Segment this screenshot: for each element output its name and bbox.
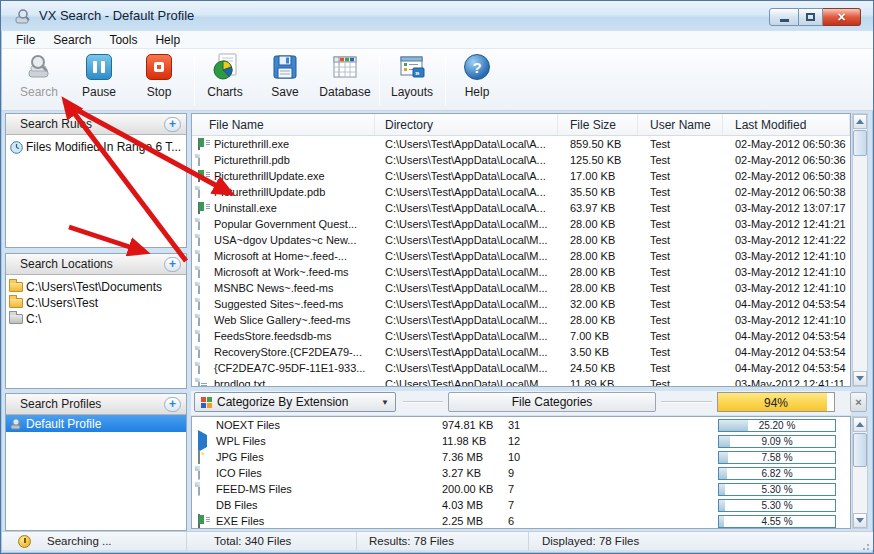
file-row[interactable]: USA~dgov Updates~c New... C:\Users\Test\… bbox=[192, 232, 850, 248]
minimize-icon bbox=[780, 19, 789, 22]
column-user-name[interactable]: User Name bbox=[638, 114, 723, 135]
search-locations-list: C:\Users\Test\Documents C:\Users\Test C:… bbox=[6, 275, 186, 327]
file-size: 28.00 KB bbox=[558, 250, 638, 262]
categorize-dropdown-label: Categorize By Extension bbox=[217, 395, 348, 409]
help-button[interactable]: ? Help bbox=[450, 52, 504, 108]
status-text: Searching ... bbox=[47, 535, 112, 547]
file-row[interactable]: Picturethrill.exe C:\Users\Test\AppData\… bbox=[192, 136, 850, 152]
scrollbar-thumb[interactable] bbox=[853, 130, 867, 156]
file-row[interactable]: RecoveryStore.{CF2DEA79-... C:\Users\Tes… bbox=[192, 344, 850, 360]
file-icon bbox=[198, 154, 200, 166]
file-icon bbox=[198, 346, 200, 358]
file-row[interactable]: PicturethrillUpdate.pdb C:\Users\Test\Ap… bbox=[192, 184, 850, 200]
file-modified: 03-May-2012 12:41:22 bbox=[723, 234, 850, 246]
file-size: 859.50 KB bbox=[558, 138, 638, 150]
scroll-up-button[interactable] bbox=[853, 417, 867, 432]
category-name: EXE Files bbox=[212, 515, 442, 527]
pause-button[interactable]: Pause bbox=[72, 52, 126, 108]
scroll-down-button[interactable] bbox=[853, 513, 867, 528]
file-user: Test bbox=[638, 218, 723, 230]
layouts-button[interactable]: » Layouts bbox=[385, 52, 439, 108]
scrollbar-thumb[interactable] bbox=[853, 433, 867, 467]
file-row[interactable]: Popular Government Quest... C:\Users\Tes… bbox=[192, 216, 850, 232]
file-row[interactable]: MSNBC News~.feed-ms C:\Users\Test\AppDat… bbox=[192, 280, 850, 296]
search-profiles-panel: Search Profiles + Default Profile bbox=[5, 393, 187, 531]
add-profile-button[interactable]: + bbox=[164, 397, 181, 412]
column-file-size[interactable]: File Size bbox=[558, 114, 638, 135]
title-bar[interactable]: VX Search - Default Profile × bbox=[1, 1, 873, 31]
file-row[interactable]: {CF2DEA7C-95DF-11E1-933... C:\Users\Test… bbox=[192, 360, 850, 376]
file-icon bbox=[198, 330, 200, 342]
file-row[interactable]: Uninstall.exe C:\Users\Test\AppData\Loca… bbox=[192, 200, 850, 216]
file-list: File Name Directory File Size User Name … bbox=[191, 113, 851, 387]
file-modified: 03-May-2012 13:07:17 bbox=[723, 202, 850, 214]
search-locations-panel: Search Locations + C:\Users\Test\Documen… bbox=[5, 253, 187, 389]
category-scrollbar[interactable] bbox=[852, 416, 868, 529]
file-categories-label: File Categories bbox=[512, 395, 593, 409]
folder-icon bbox=[6, 282, 26, 292]
scroll-up-button[interactable] bbox=[853, 114, 867, 129]
file-row[interactable]: Web Slice Gallery~.feed-ms C:\Users\Test… bbox=[192, 312, 850, 328]
search-button[interactable]: Search bbox=[12, 52, 66, 108]
file-user: Test bbox=[638, 170, 723, 182]
category-percent-bar: 9.09 % bbox=[718, 435, 836, 448]
file-list-scrollbar[interactable] bbox=[852, 113, 868, 387]
search-profiles-title: Search Profiles bbox=[20, 397, 101, 411]
maximize-button[interactable] bbox=[799, 8, 823, 26]
menu-file[interactable]: File bbox=[7, 32, 44, 48]
location-item[interactable]: C:\ bbox=[6, 311, 186, 327]
category-percent: 9.09 % bbox=[719, 436, 835, 447]
category-row[interactable]: WPL Files 11.98 KB 12 9.09 % bbox=[192, 433, 850, 449]
category-row[interactable]: JPG Files 7.36 MB 10 7.58 % bbox=[192, 449, 850, 465]
category-size: 200.00 KB bbox=[442, 483, 508, 495]
file-directory: C:\Users\Test\AppData\Local\M... bbox=[375, 250, 558, 262]
profile-item[interactable]: Default Profile bbox=[6, 415, 186, 432]
file-user: Test bbox=[638, 346, 723, 358]
file-categories-button[interactable]: File Categories bbox=[448, 392, 656, 412]
file-row[interactable]: PicturethrillUpdate.exe C:\Users\Test\Ap… bbox=[192, 168, 850, 184]
menu-help[interactable]: Help bbox=[146, 32, 189, 48]
file-size: 28.00 KB bbox=[558, 314, 638, 326]
file-row[interactable]: Suggested Sites~.feed-ms C:\Users\Test\A… bbox=[192, 296, 850, 312]
file-name: Picturethrill.pdb bbox=[212, 154, 375, 166]
database-button[interactable]: Database bbox=[318, 52, 372, 108]
menu-search[interactable]: Search bbox=[44, 32, 100, 48]
column-directory[interactable]: Directory bbox=[375, 114, 558, 135]
minimize-button[interactable] bbox=[769, 8, 799, 26]
charts-button-label: Charts bbox=[207, 85, 242, 99]
category-size: 7.36 MB bbox=[442, 451, 508, 463]
category-percent: 6.82 % bbox=[719, 468, 835, 479]
file-size: 125.50 KB bbox=[558, 154, 638, 166]
location-item[interactable]: C:\Users\Test\Documents bbox=[6, 279, 186, 295]
save-button[interactable]: Save bbox=[258, 52, 312, 108]
categorize-dropdown[interactable]: Categorize By Extension ▼ bbox=[194, 392, 396, 412]
file-row[interactable]: Picturethrill.pdb C:\Users\Test\AppData\… bbox=[192, 152, 850, 168]
column-file-name[interactable]: File Name bbox=[192, 114, 375, 135]
category-row[interactable]: NOEXT Files 974.81 KB 31 25.20 % bbox=[192, 417, 850, 433]
file-icon bbox=[198, 170, 200, 182]
search-rule-item[interactable]: Files Modified In Range 6 T... bbox=[6, 139, 186, 155]
category-row[interactable]: ICO Files 3.27 KB 9 6.82 % bbox=[192, 465, 850, 481]
charts-button[interactable]: Charts bbox=[198, 52, 252, 108]
file-row[interactable]: Microsoft at Home~.feed-... C:\Users\Tes… bbox=[192, 248, 850, 264]
category-row[interactable]: DB Files 4.03 MB 7 5.30 % bbox=[192, 497, 850, 513]
scroll-down-button[interactable] bbox=[853, 371, 867, 386]
add-rule-button[interactable]: + bbox=[164, 117, 181, 132]
file-row[interactable]: Microsoft at Work~.feed-ms C:\Users\Test… bbox=[192, 264, 850, 280]
location-item[interactable]: C:\Users\Test bbox=[6, 295, 186, 311]
resize-grip[interactable] bbox=[859, 540, 869, 550]
file-modified: 03-May-2012 12:41:10 bbox=[723, 250, 850, 262]
category-percent-bar: 4.55 % bbox=[718, 515, 836, 528]
category-row[interactable]: EXE Files 2.25 MB 6 4.55 % bbox=[192, 513, 850, 529]
file-row[interactable]: brndlog.txt C:\Users\Test\AppData\Local\… bbox=[192, 376, 850, 387]
stop-button[interactable]: Stop bbox=[132, 52, 186, 108]
add-location-button[interactable]: + bbox=[164, 257, 181, 272]
file-row[interactable]: FeedsStore.feedsdb-ms C:\Users\Test\AppD… bbox=[192, 328, 850, 344]
file-size: 63.97 KB bbox=[558, 202, 638, 214]
column-last-modified[interactable]: Last Modified bbox=[723, 114, 850, 135]
close-categories-button[interactable]: × bbox=[850, 392, 867, 412]
category-row[interactable]: FEED-MS Files 200.00 KB 7 5.30 % bbox=[192, 481, 850, 497]
file-directory: C:\Users\Test\AppData\Local\A... bbox=[375, 138, 558, 150]
menu-tools[interactable]: Tools bbox=[100, 32, 146, 48]
close-button[interactable]: × bbox=[823, 8, 861, 26]
